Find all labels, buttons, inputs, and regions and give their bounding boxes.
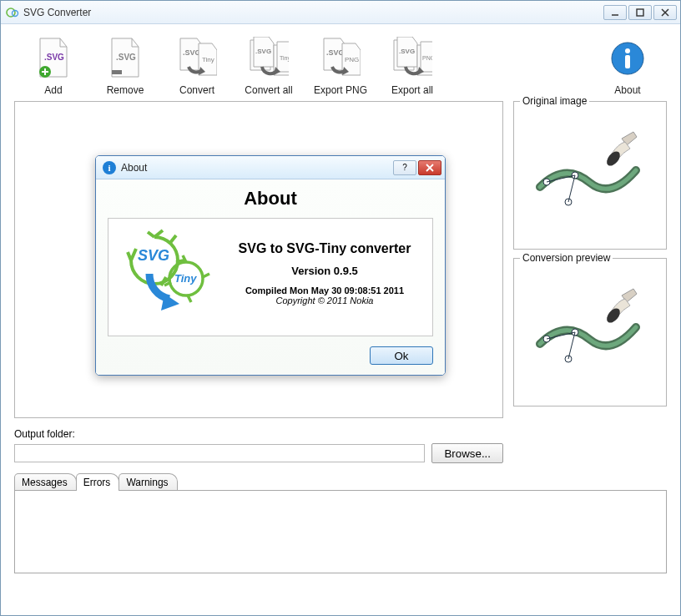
- about-product-name: SVG to SVG-Tiny converter: [224, 240, 426, 256]
- conversion-preview-group: Conversion preview: [513, 258, 667, 406]
- about-logo-icon: SVG Tiny: [115, 227, 224, 319]
- export-all-button[interactable]: .SVGPNG Export all: [376, 36, 448, 96]
- message-tabs: Messages Errors Warnings: [14, 473, 667, 491]
- remove-button[interactable]: .SVG Remove: [89, 36, 161, 96]
- add-svg-icon: .SVG: [33, 36, 73, 81]
- original-image-label: Original image: [520, 95, 589, 107]
- tab-errors[interactable]: Errors: [76, 473, 120, 491]
- convert-all-icon: .SVGTiny: [249, 36, 289, 81]
- about-copyright: Copyright © 2011 Nokia: [224, 295, 426, 305]
- convert-all-button[interactable]: .SVGTiny Convert all: [233, 36, 305, 96]
- dialog-help-button[interactable]: ?: [393, 160, 416, 175]
- brush-preview-icon: [532, 129, 648, 220]
- export-all-icon: .SVGPNG: [392, 36, 432, 81]
- about-heading: About: [244, 188, 297, 210]
- export-png-icon: .SVGPNG: [320, 36, 361, 81]
- about-version: Version 0.9.5: [224, 265, 426, 277]
- svg-point-18: [625, 48, 630, 53]
- about-label: About: [614, 84, 640, 96]
- svg-text:.SVG: .SVG: [255, 48, 271, 55]
- svg-text:Tiny: Tiny: [174, 272, 197, 285]
- svg-text:.SVG: .SVG: [116, 53, 136, 62]
- close-button[interactable]: [653, 5, 677, 20]
- minimize-button[interactable]: [603, 5, 627, 20]
- add-label: Add: [44, 84, 62, 96]
- svg-text:PNG: PNG: [422, 55, 432, 61]
- svg-line-30: [568, 332, 575, 359]
- svg-text:.SVG: .SVG: [399, 48, 415, 55]
- svg-text:Tiny: Tiny: [202, 56, 214, 63]
- about-dialog: i About ? About SVG: [95, 155, 446, 376]
- add-button[interactable]: .SVG Add: [18, 36, 89, 96]
- tab-messages[interactable]: Messages: [14, 473, 77, 491]
- svg-text:.SVG: .SVG: [326, 48, 345, 57]
- svg-rect-7: [112, 70, 122, 74]
- window-buttons: [603, 5, 677, 20]
- svg-text:.SVG: .SVG: [44, 53, 64, 62]
- convert-label: Convert: [179, 84, 214, 96]
- svg-rect-19: [625, 55, 630, 68]
- svg-text:.SVG: .SVG: [183, 48, 201, 57]
- remove-svg-icon: .SVG: [105, 36, 145, 81]
- about-content-box: SVG Tiny SVG to SVG-Tiny converter Versi…: [108, 218, 433, 336]
- convert-all-label: Convert all: [245, 84, 292, 96]
- brush-preview-icon: [532, 285, 648, 377]
- tab-warnings[interactable]: Warnings: [119, 473, 177, 491]
- svg-line-24: [568, 175, 575, 202]
- toolbar: .SVG Add .SVG Remove .SVGTiny Convert .S…: [1, 24, 680, 101]
- dialog-close-button[interactable]: [418, 160, 441, 175]
- output-folder-row: Output folder: Browse...: [14, 428, 503, 463]
- svg-rect-3: [637, 9, 643, 16]
- titlebar: SVG Converter: [1, 1, 680, 24]
- svg-text:PNG: PNG: [345, 56, 359, 63]
- dialog-title: About: [121, 162, 393, 174]
- message-panel[interactable]: [14, 490, 667, 573]
- remove-label: Remove: [107, 84, 144, 96]
- original-image-group: Original image: [513, 101, 667, 250]
- conversion-preview-label: Conversion preview: [520, 252, 613, 264]
- export-png-label: Export PNG: [314, 84, 367, 96]
- browse-button[interactable]: Browse...: [431, 443, 503, 463]
- window-title: SVG Converter: [23, 7, 603, 18]
- output-folder-input[interactable]: [14, 444, 425, 462]
- output-folder-label: Output folder:: [14, 428, 503, 440]
- dialog-info-icon: i: [103, 161, 116, 174]
- app-icon: [6, 6, 19, 19]
- info-icon: [608, 36, 648, 81]
- convert-icon: .SVGTiny: [177, 36, 217, 81]
- export-png-button[interactable]: .SVGPNG Export PNG: [305, 36, 376, 96]
- maximize-button[interactable]: [628, 5, 652, 20]
- convert-button[interactable]: .SVGTiny Convert: [161, 36, 233, 96]
- about-button[interactable]: About: [592, 36, 663, 96]
- export-all-label: Export all: [391, 84, 433, 96]
- about-ok-button[interactable]: Ok: [370, 346, 433, 365]
- svg-text:Tiny: Tiny: [280, 55, 289, 62]
- about-compiled: Compiled Mon May 30 09:08:51 2011: [224, 285, 426, 295]
- svg-text:SVG: SVG: [138, 247, 169, 264]
- dialog-titlebar: i About ?: [96, 156, 445, 179]
